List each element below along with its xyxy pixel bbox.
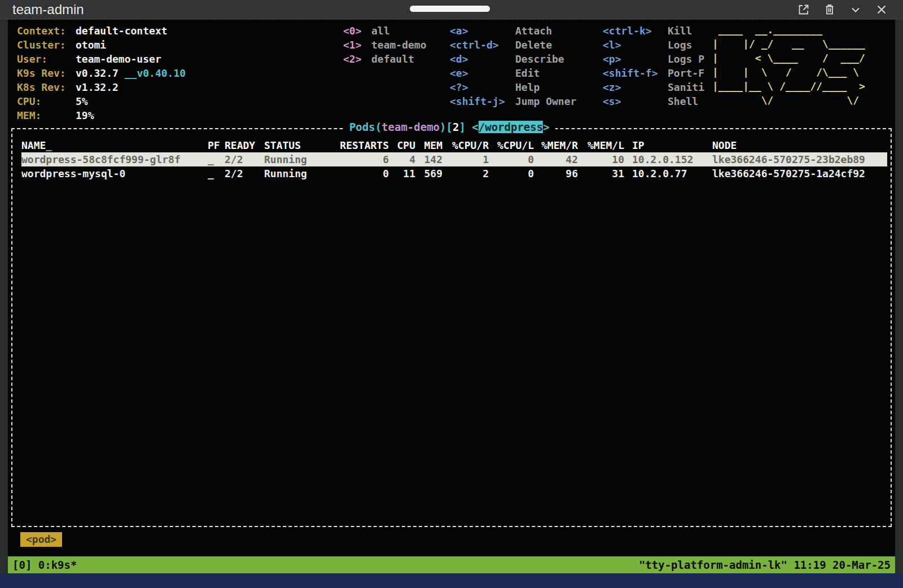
- active-filter-badge: /wordpress: [479, 121, 543, 133]
- shortcut-key: <2>: [343, 52, 371, 66]
- shortcut-edit: <e>Edit: [450, 66, 576, 80]
- shortcut-label: Shell: [668, 95, 698, 107]
- cluster-info-row: K8s Rev:v1.32.2: [17, 80, 186, 94]
- cell-restarts: 0: [323, 166, 389, 181]
- upgrade-version: __v0.40.10: [125, 67, 186, 79]
- cell-restarts: 6: [323, 152, 389, 166]
- info-value: 5%: [76, 95, 88, 107]
- shortcut-label: Attach: [515, 25, 552, 37]
- cell-ready: 2/2: [225, 152, 264, 166]
- namespace-name: team-demo: [382, 121, 440, 133]
- window-title: team-admin: [12, 0, 84, 19]
- cell-status: Running: [264, 166, 323, 181]
- cell-pf: _: [208, 152, 225, 166]
- cell-cpu-l: 0: [489, 166, 534, 181]
- shortcut-key: <ctrl-k>: [603, 24, 668, 38]
- column-header-mem[interactable]: MEM: [415, 138, 442, 152]
- action-shortcuts-col2: <ctrl-k>Kill<l>Logs<p>Logs P<shift-f>Por…: [603, 24, 704, 108]
- shortcut-label: Saniti: [668, 81, 704, 93]
- cluster-info-row: User:team-demo-user: [17, 52, 186, 66]
- shortcut-label: Help: [515, 81, 540, 93]
- column-header-name[interactable]: NAME_: [21, 138, 208, 152]
- info-label: K9s Rev:: [17, 66, 76, 80]
- column-header-mem-l[interactable]: %MEM/L: [578, 138, 624, 152]
- shortcut-label: Logs: [668, 39, 692, 51]
- pod-row[interactable]: wordpress-58c8fcf999-glr8f_2/2Running641…: [21, 152, 887, 166]
- tab-drag-handle[interactable]: [410, 6, 490, 12]
- trash-icon[interactable]: [823, 3, 836, 16]
- pod-breadcrumb-badge[interactable]: <pod>: [20, 532, 62, 547]
- shortcut-key: <s>: [603, 94, 668, 108]
- shortcut-default: <2>default: [343, 52, 427, 66]
- pod-count: 2: [453, 121, 459, 133]
- shortcut-jump-owner: <shift-j>Jump Owner: [450, 94, 576, 108]
- shortcut-label: Kill: [668, 25, 692, 37]
- cell-ready: 2/2: [225, 166, 264, 181]
- shortcut-describe: <d>Describe: [450, 52, 576, 66]
- shortcut-label: Logs P: [668, 53, 704, 65]
- info-value: v0.32.7: [76, 67, 125, 79]
- cell-mem-l: 31: [578, 166, 624, 181]
- shortcut-key: <a>: [450, 24, 515, 38]
- column-header-pf[interactable]: PF: [208, 138, 225, 152]
- cell-ip: 10.2.0.77: [624, 166, 704, 181]
- shortcut-label: all: [371, 25, 390, 37]
- shortcut-label: Port-F: [668, 67, 704, 79]
- action-shortcuts-col1: <a>Attach<ctrl-d>Delete<d>Describe<e>Edi…: [450, 24, 576, 108]
- info-label: K8s Rev:: [17, 80, 76, 94]
- cell-mem: 142: [415, 152, 442, 166]
- shortcut-key: <0>: [343, 24, 371, 38]
- shortcut-team-demo: <1>team-demo: [343, 38, 427, 52]
- info-value: v1.32.2: [76, 81, 119, 93]
- shortcut-label: Edit: [515, 67, 540, 79]
- shortcut-key: <z>: [603, 80, 668, 94]
- column-header-node[interactable]: NODE: [704, 138, 887, 152]
- cell-cpu: 4: [389, 152, 415, 166]
- info-value: 19%: [76, 109, 94, 121]
- info-label: CPU:: [17, 94, 76, 108]
- column-header-cpu[interactable]: CPU: [389, 138, 415, 152]
- cluster-info-row: MEM:19%: [17, 108, 186, 122]
- shortcut-key: <p>: [603, 52, 668, 66]
- cell-mem-r: 42: [534, 152, 578, 166]
- column-header-status[interactable]: STATUS: [264, 138, 323, 152]
- cell-node: lke366246-570275-1a24cf92: [704, 166, 887, 181]
- cell-node: lke366246-570275-23b2eb89: [704, 152, 887, 166]
- cell-status: Running: [264, 152, 323, 166]
- shortcut-label: Describe: [515, 53, 564, 65]
- shortcut-port-f: <shift-f>Port-F: [603, 66, 704, 80]
- close-icon[interactable]: [875, 3, 888, 16]
- k9s-logo-ascii-art: ____ __.________ | |/ _/ __ \______ | < …: [712, 23, 865, 107]
- column-header-ready[interactable]: READY: [225, 138, 264, 152]
- shortcut-label: Delete: [515, 39, 552, 51]
- breadcrumb: <pod>: [8, 527, 895, 556]
- column-header-cpu-r[interactable]: %CPU/R: [442, 138, 489, 152]
- shortcut-logs-p: <p>Logs P: [603, 52, 704, 66]
- column-header-restarts[interactable]: RESTARTS: [323, 138, 389, 152]
- popout-icon[interactable]: [797, 3, 810, 16]
- shortcut-key: <ctrl-d>: [450, 38, 515, 52]
- info-label: Context:: [17, 24, 76, 38]
- info-label: MEM:: [17, 108, 76, 122]
- pod-row[interactable]: wordpress-mysql-0_2/2Running011569209631…: [21, 166, 887, 181]
- shortcut-key: <shift-j>: [450, 94, 515, 108]
- cell-ip: 10.2.0.152: [624, 152, 704, 166]
- column-header-cpu-l[interactable]: %CPU/L: [489, 138, 534, 152]
- info-label: User:: [17, 52, 76, 66]
- info-value: team-demo-user: [76, 53, 161, 65]
- pods-table-body: wordpress-58c8fcf999-glr8f_2/2Running641…: [21, 152, 887, 181]
- cluster-info-row: K9s Rev:v0.32.7 __v0.40.10: [17, 66, 186, 80]
- cell-name: wordpress-mysql-0: [21, 166, 208, 181]
- window-controls: [797, 3, 888, 16]
- cell-name: wordpress-58c8fcf999-glr8f: [21, 152, 208, 166]
- chevron-down-icon[interactable]: [849, 3, 862, 16]
- titlebar: team-admin: [0, 0, 903, 19]
- info-value: otomi: [76, 39, 106, 51]
- shortcut-key: <l>: [603, 38, 668, 52]
- cell-mem-l: 10: [578, 152, 624, 166]
- cell-cpu-r: 1: [442, 152, 489, 166]
- shortcut-all: <0>all: [343, 24, 427, 38]
- shortcut-logs: <l>Logs: [603, 38, 704, 52]
- column-header-ip[interactable]: IP: [624, 138, 704, 152]
- column-header-mem-r[interactable]: %MEM/R: [534, 138, 578, 152]
